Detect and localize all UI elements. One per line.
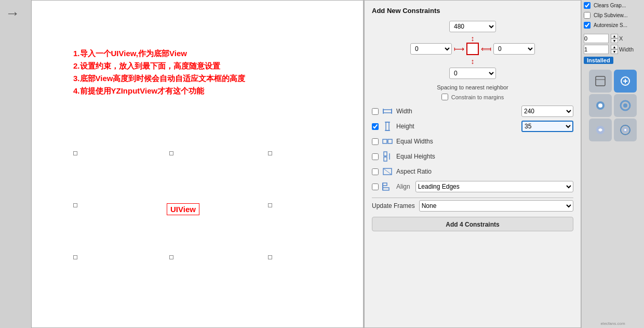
width-value-select[interactable]: 240 (521, 106, 573, 117)
inspector-icon-4[interactable] (614, 94, 637, 117)
add-constraints-button[interactable]: Add 4 Constraints (372, 217, 573, 231)
aspect-ratio-row: Aspect Ratio (372, 166, 573, 177)
right-arrow-icon: ⟽ (481, 45, 491, 53)
clears-graphics-label: Clears Grap... (594, 3, 626, 8)
update-frames-select[interactable]: None Items of New Constraints All Frames… (419, 200, 573, 212)
spacing-nearest-label: Spacing to nearest neighbor (372, 84, 573, 90)
left-spacing-input[interactable]: 0 (410, 43, 452, 55)
svg-point-26 (623, 103, 627, 108)
align-label: Align (396, 183, 410, 190)
instructions-text: 1.导入一个UIView,作为底部View 2.设置约束，放入到最下面，高度随意… (73, 47, 245, 97)
height-value-select[interactable]: 35 (521, 121, 573, 132)
width-stepper-down[interactable]: ▼ (611, 49, 618, 54)
width-checkbox[interactable] (372, 108, 379, 115)
equal-heights-label: Equal Heights (396, 153, 573, 160)
handle-tm (169, 151, 173, 155)
constrain-margins-label: Constrain to margins (451, 94, 504, 100)
align-icon (382, 181, 393, 192)
svg-rect-16 (383, 188, 389, 190)
svg-rect-15 (383, 183, 387, 186)
equal-heights-checkbox[interactable] (372, 153, 379, 160)
svg-rect-9 (384, 152, 387, 156)
aspect-ratio-checkbox[interactable] (372, 168, 379, 175)
equal-widths-checkbox[interactable] (372, 138, 379, 145)
icon-row-1 (584, 70, 642, 93)
inspector-icon-3[interactable] (589, 94, 612, 117)
svg-point-30 (624, 129, 626, 131)
top-spacing-input[interactable]: 480 (449, 21, 496, 32)
add-constraints-panel: Add New Constraints 480 ↕ 0 ⟼ (364, 0, 581, 328)
height-label: Height (396, 123, 518, 130)
watermark: elecfans.com (584, 321, 642, 326)
handle-mr (268, 203, 272, 207)
equal-heights-icon (382, 151, 393, 162)
right-spacing-input[interactable]: 0 (493, 43, 535, 55)
left-arrow-icon: ⟼ (454, 45, 464, 53)
x-stepper: ▲ ▼ (611, 34, 618, 43)
inspector-icon-2[interactable] (614, 70, 637, 93)
installed-row: Installed (584, 57, 642, 64)
inspector-icon-6[interactable] (614, 119, 637, 141)
x-label: X (619, 35, 623, 42)
update-frames-label: Update Frames (372, 202, 415, 209)
autoresize-label: Autoresize S... (594, 22, 627, 28)
bottom-spacing-input[interactable]: 0 (449, 68, 496, 79)
constrain-margins-row: Constrain to margins (372, 94, 573, 100)
center-constraint-box (466, 43, 479, 55)
x-stepper-down[interactable]: ▼ (611, 38, 618, 43)
uiview-label: UIView (167, 203, 199, 215)
height-checkbox[interactable] (372, 123, 379, 130)
design-canvas: 1.导入一个UIView,作为底部View 2.设置约束，放入到最下面，高度随意… (31, 0, 364, 328)
width-stepper: ▲ ▼ (611, 45, 618, 54)
width-icon (382, 106, 393, 117)
divider (372, 198, 573, 198)
inspector-icon-1[interactable] (589, 70, 612, 93)
align-checkbox[interactable] (372, 183, 379, 190)
equal-heights-row: Equal Heights (372, 151, 573, 162)
svg-rect-0 (383, 110, 392, 113)
handle-tl (73, 151, 77, 155)
autoresize-row: Autoresize S... (584, 22, 642, 29)
align-row: Align Leading Edges Trailing Edges Top E… (372, 181, 573, 192)
svg-rect-10 (384, 157, 387, 161)
equal-widths-row: Equal Widths (372, 136, 573, 147)
panel-title: Add New Constraints (372, 7, 573, 15)
svg-rect-6 (383, 139, 387, 143)
bottom-v-arrow: ↕ (471, 57, 475, 65)
x-field[interactable] (584, 34, 609, 43)
handle-bm (169, 255, 173, 259)
equal-widths-label: Equal Widths (396, 138, 573, 145)
handle-ml (73, 203, 77, 207)
update-frames-row: Update Frames None Items of New Constrai… (372, 200, 573, 212)
autoresize-checkbox[interactable] (584, 22, 591, 29)
width-right-field[interactable] (584, 45, 609, 54)
handle-tr (268, 151, 272, 155)
spacing-widget: 480 ↕ 0 ⟼ ⟽ 0 (372, 21, 573, 79)
constrain-margins-checkbox[interactable] (441, 94, 448, 100)
icon-row-3 (584, 119, 642, 141)
width-constraint-row: Width 240 (372, 106, 573, 117)
svg-rect-7 (388, 139, 392, 143)
width-stepper-up[interactable]: ▲ (611, 45, 618, 49)
width-right-label: Width (619, 46, 634, 53)
align-value-select[interactable]: Leading Edges Trailing Edges Top Edges B… (415, 181, 573, 192)
clip-subviews-label: Clip Subview... (594, 12, 628, 18)
clears-graphics-row: Clears Grap... (584, 2, 642, 9)
height-constraint-row: Height 35 (372, 121, 573, 132)
x-field-group: ▲ ▼ X (584, 34, 642, 43)
svg-line-14 (383, 168, 392, 175)
aspect-ratio-icon (382, 166, 393, 177)
svg-rect-3 (386, 122, 389, 130)
width-field-group: ▲ ▼ Width (584, 45, 642, 54)
cursor-arrow-icon: → (5, 5, 20, 22)
clip-subviews-checkbox[interactable] (584, 12, 591, 19)
clears-graphics-checkbox[interactable] (584, 2, 591, 9)
x-stepper-up[interactable]: ▲ (611, 34, 618, 38)
height-icon (382, 121, 393, 132)
width-label: Width (396, 108, 518, 115)
svg-rect-18 (596, 76, 605, 86)
aspect-ratio-label: Aspect Ratio (396, 168, 573, 175)
top-v-arrow: ↕ (471, 34, 475, 43)
inspector-icon-5[interactable] (589, 119, 612, 141)
installed-badge: Installed (584, 57, 613, 64)
